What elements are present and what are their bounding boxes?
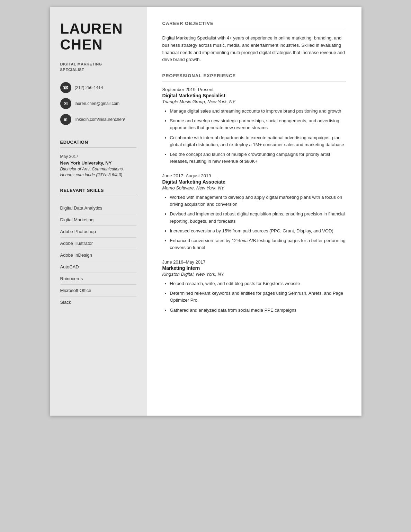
exp-role-1: Digital Marketing Specialist	[162, 93, 346, 98]
bullet-item: Led the concept and launch of multiple c…	[170, 151, 346, 165]
bullet-item: Determined relevant keywords and entitie…	[170, 290, 346, 304]
skill-item: Rhinoceros	[60, 273, 136, 285]
skills-section: RELEVANT SKILLS Digital Data Analytics D…	[60, 188, 136, 308]
main-content: CAREER OBJECTIVE Digital Marketing Speci…	[147, 7, 361, 416]
career-objective-text: Digital Marketing Specialist with 4+ yea…	[162, 35, 346, 63]
job-title: DIGITAL MARKETINGSPECIALIST	[60, 62, 136, 72]
skills-section-title: RELEVANT SKILLS	[60, 188, 136, 193]
education-school: New York University, NY	[60, 160, 136, 166]
email-address: lauren.chen@gmail.com	[75, 101, 120, 106]
bullet-item: Devised and implemented robust digital a…	[170, 211, 346, 224]
exp-bullets-1: Manage digital sales and streaming accou…	[162, 108, 346, 165]
skill-item: Digital Marketing	[60, 214, 136, 226]
career-objective-divider	[162, 29, 346, 29]
exp-role-3: Marketing Intern	[162, 265, 346, 271]
professional-experience-divider	[162, 81, 346, 81]
exp-role-2: Digital Marketing Associate	[162, 179, 346, 185]
education-section: EDUCATION May 2017 New York University, …	[60, 140, 136, 178]
skill-item: Adobe Illustrator	[60, 238, 136, 249]
skills-divider	[60, 196, 136, 196]
skill-item: Adobe InDesign	[60, 249, 136, 261]
career-objective-section: CAREER OBJECTIVE Digital Marketing Speci…	[162, 21, 346, 63]
contact-section: ☎ (212) 256-1414 ✉ lauren.chen@gmail.com…	[60, 82, 136, 130]
phone-contact: ☎ (212) 256-1414	[60, 82, 136, 93]
bullet-item: Helped research, write, and edit blog po…	[170, 280, 346, 287]
skill-item: Adobe Photoshop	[60, 226, 136, 238]
bullet-item: Worked with management to develop and ap…	[170, 194, 346, 208]
professional-experience-section: PROFESSIONAL EXPERIENCE September 2019–P…	[162, 73, 346, 314]
name-block: LAUREN CHEN	[60, 21, 136, 53]
exp-company-3: Kingston Digital, New York, NY	[162, 272, 346, 277]
experience-entry-2: June 2017–August 2019 Digital Marketing …	[162, 173, 346, 251]
linkedin-contact: in linkedin.com/in/laurenchen/	[60, 114, 136, 125]
education-section-title: EDUCATION	[60, 140, 136, 145]
professional-experience-title: PROFESSIONAL EXPERIENCE	[162, 73, 346, 78]
exp-date-2: June 2017–August 2019	[162, 173, 346, 178]
skill-item: Microsoft Office	[60, 285, 136, 296]
sidebar: LAUREN CHEN DIGITAL MARKETINGSPECIALIST …	[50, 7, 147, 416]
bullet-item: Source and develop new strategic partner…	[170, 117, 346, 131]
education-date: May 2017	[60, 154, 136, 159]
skill-item: Slack	[60, 296, 136, 308]
phone-number: (212) 256-1414	[75, 85, 103, 90]
exp-company-1: Triangle Music Group, New York, NY	[162, 99, 346, 104]
last-name: CHEN	[60, 37, 136, 53]
exp-bullets-2: Worked with management to develop and ap…	[162, 194, 346, 251]
bullet-item: Increased conversions by 15% from paid s…	[170, 228, 346, 234]
exp-bullets-3: Helped research, write, and edit blog po…	[162, 280, 346, 314]
exp-company-2: Momo Software, New York, NY	[162, 185, 346, 190]
experience-entry-1: September 2019–Present Digital Marketing…	[162, 87, 346, 165]
career-objective-title: CAREER OBJECTIVE	[162, 21, 346, 26]
education-degree: Bachelor of Arts, Communications,Honors:…	[60, 166, 136, 178]
first-name: LAUREN	[60, 21, 136, 37]
bullet-item: Gathered and analyzed data from social m…	[170, 307, 346, 314]
linkedin-url: linkedin.com/in/laurenchen/	[75, 117, 125, 122]
education-divider	[60, 148, 136, 148]
resume-document: LAUREN CHEN DIGITAL MARKETINGSPECIALIST …	[50, 7, 361, 416]
skill-item: Digital Data Analytics	[60, 202, 136, 214]
email-contact: ✉ lauren.chen@gmail.com	[60, 98, 136, 109]
phone-icon: ☎	[60, 82, 71, 93]
linkedin-icon: in	[60, 114, 71, 125]
exp-date-3: June 2016–May 2017	[162, 259, 346, 265]
skill-item: AutoCAD	[60, 261, 136, 273]
bullet-item: Manage digital sales and streaming accou…	[170, 108, 346, 115]
bullet-item: Collaborate with internal departments to…	[170, 134, 346, 148]
email-icon: ✉	[60, 98, 71, 109]
experience-entry-3: June 2016–May 2017 Marketing Intern King…	[162, 259, 346, 314]
exp-date-1: September 2019–Present	[162, 87, 346, 92]
bullet-item: Enhanced conversion rates by 12% via A/B…	[170, 237, 346, 251]
